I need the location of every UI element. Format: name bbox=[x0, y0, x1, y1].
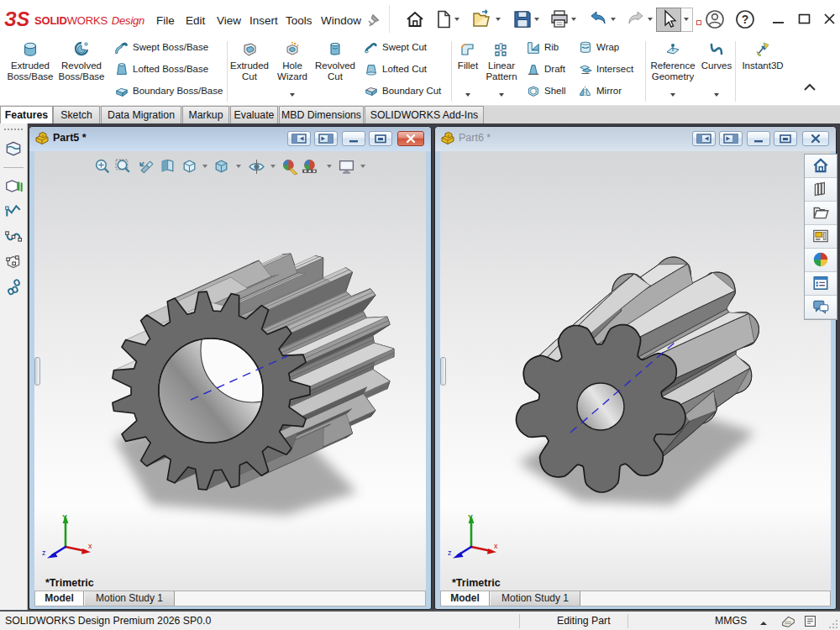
svg-text:x: x bbox=[494, 542, 498, 550]
svg-text:Y: Y bbox=[62, 513, 67, 522]
svg-text:Y: Y bbox=[468, 513, 473, 522]
svg-text:z: z bbox=[448, 549, 452, 557]
svg-text:?: ? bbox=[742, 13, 749, 26]
svg-text:x: x bbox=[88, 542, 92, 550]
svg-text:z: z bbox=[42, 549, 46, 557]
